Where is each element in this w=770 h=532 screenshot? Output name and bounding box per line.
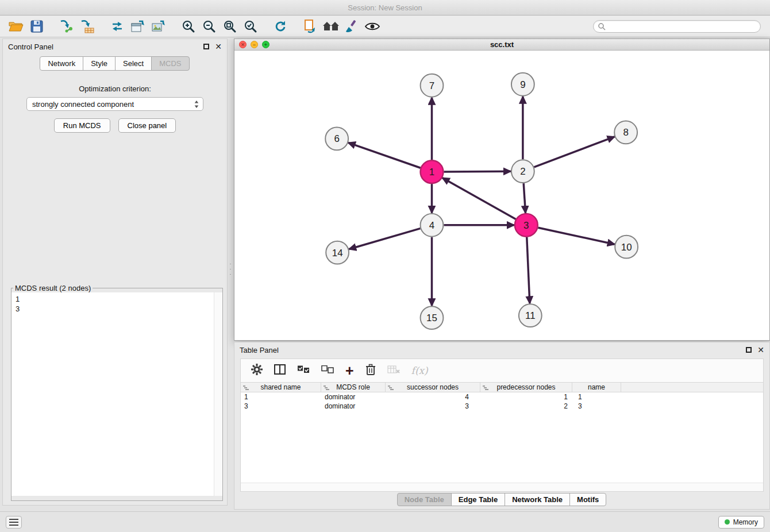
float-panel-icon[interactable] [203,44,209,49]
graph-edge-1-2[interactable] [444,171,511,172]
window-title: Session: New Session [348,3,422,12]
optimization-criterion-label: Optimization criterion: [3,84,227,93]
tab-node-table[interactable]: Node Table [397,493,452,506]
table-row[interactable]: 1dominator411 [241,392,763,402]
zoom-selected-button[interactable] [240,17,261,36]
float-table-panel-icon[interactable] [746,347,752,353]
delete-table-icon [387,365,400,374]
zoom-fit-button[interactable] [220,17,240,36]
copy-style-button[interactable] [300,17,321,36]
table-cell: 1 [241,392,321,402]
dropdown-selected-value: strongly connected component [32,100,134,109]
refresh-layout-button[interactable] [270,17,291,36]
close-panel-icon[interactable]: ✕ [215,44,222,49]
tab-select[interactable]: Select [115,56,152,71]
graph-node-6[interactable]: 6 [325,127,348,150]
window-titlebar: Session: New Session [0,0,770,16]
network-graph[interactable]: 7968124314101511 [234,51,769,340]
svg-text:1: 1 [429,167,434,178]
svg-text:14: 14 [332,248,343,259]
graph-node-9[interactable]: 9 [511,73,534,96]
svg-text:6: 6 [334,133,339,144]
close-window-button[interactable]: ✕ [239,41,247,48]
table-settings-button[interactable] [251,364,263,377]
table-tabs: Node Table Edge Table Network Table Moti… [234,493,769,506]
graph-edge-2-8[interactable] [534,137,614,167]
graph-node-10[interactable]: 10 [615,236,638,259]
tab-motifs[interactable]: Motifs [569,493,606,506]
table-body: 1dominator4113dominator323 [241,392,763,411]
graph-node-2[interactable]: 2 [511,160,534,183]
zoom-window-button[interactable]: + [262,41,270,48]
add-column-button[interactable]: + [345,365,354,376]
column-header-mcds-role[interactable]: MCDS role [321,383,386,392]
show-panels-button[interactable] [6,516,22,529]
column-header-successor-nodes[interactable]: successor nodes [386,383,480,392]
memory-button[interactable]: Memory [718,516,764,529]
vertical-splitter-handle[interactable] [229,261,232,277]
share-network-button[interactable] [107,17,128,36]
tab-mcds[interactable]: MCDS [151,56,189,71]
table-row[interactable]: 3dominator323 [241,402,763,411]
delete-table-button[interactable] [387,365,400,376]
overview-button[interactable] [321,17,341,36]
toggle-column-display-button[interactable] [274,364,286,377]
graph-node-4[interactable]: 4 [421,214,444,237]
import-network-button[interactable] [56,17,77,36]
svg-text:15: 15 [426,313,437,323]
graph-node-8[interactable]: 8 [614,121,637,144]
table-horizontal-scrollbar[interactable] [241,483,763,491]
graph-edge-3-11[interactable] [527,237,530,304]
column-header-shared-name[interactable]: shared name [241,383,321,392]
tab-style[interactable]: Style [83,56,116,71]
deselect-all-button[interactable] [321,365,334,376]
open-session-button[interactable] [6,17,26,36]
show-hide-button[interactable] [362,17,383,36]
trash-icon [365,364,376,375]
main-toolbar [0,16,770,37]
run-mcds-button[interactable]: Run MCDS [54,118,110,133]
network-canvas[interactable]: 7968124314101511 [234,51,769,340]
graph-node-7[interactable]: 7 [421,74,444,97]
graph-edge-4-14[interactable] [349,229,420,249]
clone-network-button[interactable] [128,17,148,36]
optimization-criterion-dropdown[interactable]: strongly connected component [26,97,203,111]
control-panel-title: Control Panel [8,43,53,51]
graph-edge-3-10[interactable] [538,228,614,244]
graph-node-14[interactable]: 14 [326,241,349,264]
graph-edge-2-3[interactable] [523,183,525,213]
zoom-out-button[interactable] [199,17,220,36]
graph-node-1[interactable]: 1 [421,160,444,183]
function-builder-button[interactable]: f(x) [411,365,428,376]
tab-network-table[interactable]: Network Table [505,493,570,506]
graph-node-11[interactable]: 11 [519,304,542,327]
import-table-button[interactable] [77,17,98,36]
search-input[interactable] [609,22,756,31]
close-table-panel-icon[interactable]: ✕ [757,347,764,353]
columns-icon [274,364,286,375]
tab-network[interactable]: Network [40,56,83,71]
delete-column-button[interactable] [365,364,376,377]
search-field[interactable] [593,20,761,33]
tab-edge-table[interactable]: Edge Table [451,493,505,506]
control-panel-tabs: Network Style Select MCDS [3,56,227,71]
graph-edge-3-1[interactable] [442,178,516,219]
zoom-out-icon [202,20,216,33]
graph-edge-1-6[interactable] [348,142,421,168]
minimize-window-button[interactable]: − [251,41,258,48]
save-session-button[interactable] [26,17,47,36]
graph-node-15[interactable]: 15 [421,306,444,329]
eye-icon [365,22,380,31]
style-brush-button[interactable] [341,17,362,36]
graph-node-3[interactable]: 3 [515,214,538,237]
search-icon [598,22,606,30]
column-header-name[interactable]: name [572,383,621,392]
close-panel-button[interactable]: Close panel [118,118,176,133]
refresh-icon [274,20,287,33]
export-image-button[interactable] [148,17,169,36]
column-header-predecessor-nodes[interactable]: predecessor nodes [480,383,572,392]
select-all-button[interactable] [297,365,310,376]
svg-text:3: 3 [523,220,529,231]
zoom-in-button[interactable] [178,17,199,36]
result-vertical-scrollbar[interactable] [214,292,222,496]
